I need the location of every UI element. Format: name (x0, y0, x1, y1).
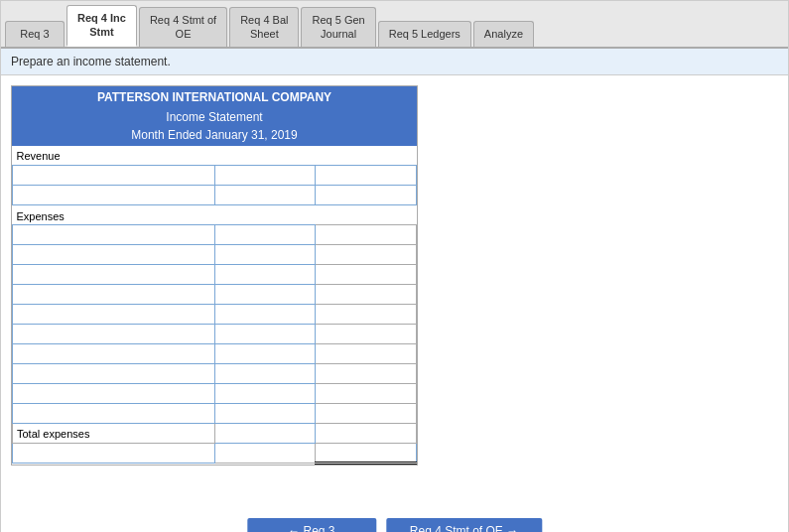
expense-total-2 (316, 245, 417, 265)
revenue-amount-1[interactable] (214, 166, 316, 186)
statement-period: Month Ended January 31, 2019 (12, 126, 417, 146)
expense-total-10 (316, 404, 417, 424)
tab-req4stmt[interactable]: Req 4 Stmt ofOE (139, 7, 227, 47)
expense-row-4 (13, 285, 417, 305)
revenue-row-2 (13, 186, 417, 205)
total-expenses-row: Total expenses (13, 424, 417, 444)
tab-req4inc[interactable]: Req 4 IncStmt (66, 5, 137, 47)
expense-input-10[interactable] (13, 404, 215, 424)
expense-input-1[interactable] (13, 225, 215, 245)
expense-amount-3[interactable] (214, 265, 316, 285)
expense-input-3[interactable] (13, 265, 215, 285)
expense-input-2[interactable] (13, 245, 215, 265)
net-income-spacer (214, 444, 316, 464)
expense-amount-2[interactable] (214, 245, 316, 265)
statement-title: Income Statement (12, 108, 417, 126)
expense-input-4[interactable] (13, 285, 215, 305)
expense-input-9[interactable] (13, 384, 215, 404)
revenue-input-1[interactable] (13, 166, 215, 186)
tab-req5ledgers[interactable]: Req 5 Ledgers (378, 21, 471, 46)
income-statement-table: Revenue (12, 146, 417, 466)
expense-total-6 (316, 325, 417, 344)
revenue-input-2[interactable] (13, 186, 215, 205)
tab-req5gen[interactable]: Req 5 GenJournal (301, 7, 375, 47)
expense-amount-9[interactable] (214, 384, 316, 404)
nav-buttons: ← Req 3 Req 4 Stmt of OE → (247, 518, 542, 532)
expense-total-7 (316, 344, 417, 364)
instruction-text: Prepare an income statement. (11, 55, 171, 68)
net-income-amount[interactable] (316, 444, 417, 464)
expense-total-1 (316, 225, 417, 245)
revenue-total-1[interactable] (316, 166, 417, 186)
expense-total-5 (316, 305, 417, 325)
expense-row-5 (13, 305, 417, 325)
expense-amount-5[interactable] (214, 305, 316, 325)
expense-input-7[interactable] (13, 344, 215, 364)
expense-row-7 (13, 344, 417, 364)
company-name: PATTERSON INTERNATIONAL COMPANY (12, 86, 417, 108)
expense-total-3 (316, 265, 417, 285)
expense-amount-1[interactable] (214, 225, 316, 245)
revenue-row-1 (13, 166, 417, 186)
expense-total-4 (316, 285, 417, 305)
expense-row-3 (13, 265, 417, 285)
tab-req3[interactable]: Req 3 (5, 21, 65, 46)
expense-row-10 (13, 404, 417, 424)
revenue-amount-2[interactable] (214, 186, 316, 205)
expense-row-1 (13, 225, 417, 245)
main-content: PATTERSON INTERNATIONAL COMPANY Income S… (1, 75, 788, 516)
expense-amount-8[interactable] (214, 364, 316, 384)
expense-amount-10[interactable] (214, 404, 316, 424)
revenue-section-row: Revenue (13, 146, 417, 166)
net-income-row (13, 444, 417, 464)
expense-amount-4[interactable] (214, 285, 316, 305)
expense-input-8[interactable] (13, 364, 215, 384)
tab-analyze[interactable]: Analyze (473, 21, 534, 46)
tabs-bar: Req 3 Req 4 IncStmt Req 4 Stmt ofOE Req … (1, 1, 788, 49)
revenue-label: Revenue (13, 146, 417, 166)
total-expenses-label: Total expenses (13, 424, 215, 444)
expenses-label: Expenses (13, 205, 417, 225)
prev-button[interactable]: ← Req 3 (247, 518, 376, 532)
total-expenses-placeholder (316, 424, 417, 444)
expense-amount-7[interactable] (214, 344, 316, 364)
next-button[interactable]: Req 4 Stmt of OE → (386, 518, 542, 532)
instruction-bar: Prepare an income statement. (1, 49, 788, 75)
expense-total-9 (316, 384, 417, 404)
expense-row-8 (13, 364, 417, 384)
revenue-total-2[interactable] (316, 186, 417, 205)
tab-req4bal[interactable]: Req 4 BalSheet (229, 7, 299, 47)
net-income-label-input[interactable] (13, 444, 215, 464)
expenses-section-row: Expenses (13, 205, 417, 225)
expense-row-9 (13, 384, 417, 404)
expense-row-6 (13, 325, 417, 344)
statement-container: PATTERSON INTERNATIONAL COMPANY Income S… (11, 85, 418, 466)
expense-input-5[interactable] (13, 305, 215, 325)
total-expenses-amount[interactable] (214, 424, 316, 444)
expense-row-2 (13, 245, 417, 265)
expense-total-8 (316, 364, 417, 384)
expense-amount-6[interactable] (214, 325, 316, 344)
expense-input-6[interactable] (13, 325, 215, 344)
